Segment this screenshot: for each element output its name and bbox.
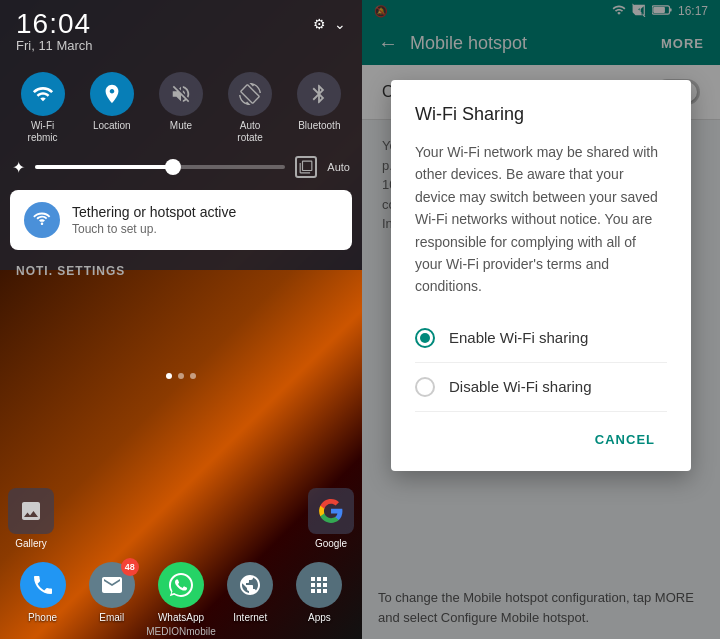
option-divider (415, 362, 667, 363)
notif-text: Tethering or hotspot active Touch to set… (72, 204, 236, 236)
dot-3 (190, 373, 196, 379)
actions-divider (415, 411, 667, 412)
google-icon (308, 488, 354, 534)
shelf-icons: Gallery Google (8, 488, 354, 549)
wifi-label: Wi-Firebmic (28, 120, 58, 144)
gallery-label: Gallery (15, 538, 47, 549)
home-dots (166, 373, 196, 379)
dialog-overlay: Wi-Fi Sharing Your Wi-Fi network may be … (362, 0, 720, 639)
enable-wifi-sharing-option[interactable]: Enable Wi-Fi sharing (415, 318, 667, 358)
internet-dock-label: Internet (233, 612, 267, 623)
email-badge: 48 (121, 558, 139, 576)
settings-icon[interactable]: ⚙ (313, 16, 326, 32)
dot-1 (166, 373, 172, 379)
quick-toggles: Wi-Firebmic Location Mute Autorotate (0, 60, 362, 152)
google-shelf-item[interactable]: Google (308, 488, 354, 549)
dock-phone[interactable]: Phone (20, 562, 66, 623)
phone-dock-label: Phone (28, 612, 57, 623)
mute-label: Mute (170, 120, 192, 132)
gallery-shelf-item[interactable]: Gallery (8, 488, 54, 549)
autorotate-label: Autorotate (237, 120, 263, 144)
left-status-bar: 16:04 Fri, 11 March ⚙ ⌄ (0, 0, 362, 44)
bluetooth-label: Bluetooth (298, 120, 340, 132)
hotspot-settings-panel: 🔕 16:17 ← Mobile hotspot MORE Off Yo...p… (362, 0, 720, 639)
enable-wifi-label: Enable Wi-Fi sharing (449, 329, 588, 346)
dock-whatsapp[interactable]: WhatsApp (158, 562, 204, 623)
internet-dock-icon (227, 562, 273, 608)
bluetooth-toggle-icon (297, 72, 341, 116)
toggle-mute[interactable]: Mute (151, 72, 211, 144)
phone-dock-icon (20, 562, 66, 608)
whatsapp-dock-icon (158, 562, 204, 608)
whatsapp-dock-label: WhatsApp (158, 612, 204, 623)
email-dock-label: Email (99, 612, 124, 623)
disable-wifi-sharing-option[interactable]: Disable Wi-Fi sharing (415, 367, 667, 407)
slider-fill (35, 165, 173, 169)
notif-title: Tethering or hotspot active (72, 204, 236, 220)
device-name: MEDIONmobile (146, 626, 215, 637)
wifi-toggle-icon (21, 72, 65, 116)
gallery-icon (8, 488, 54, 534)
apps-dock-icon (296, 562, 342, 608)
date-display: Fri, 11 March (16, 38, 93, 53)
brightness-slider[interactable] (35, 165, 285, 169)
dock-row: Phone 48 Email WhatsApp Internet (0, 562, 362, 623)
notif-subtitle: Touch to set up. (72, 222, 236, 236)
toggle-autorotate[interactable]: Autorotate (220, 72, 280, 144)
disable-wifi-label: Disable Wi-Fi sharing (449, 378, 592, 395)
dock-apps[interactable]: Apps (296, 562, 342, 623)
autorotate-toggle-icon (228, 72, 272, 116)
expand-icon[interactable]: ⌄ (334, 16, 346, 32)
mute-toggle-icon (159, 72, 203, 116)
noti-settings-label: NOTI. SETTINGS (16, 264, 125, 278)
dock-email[interactable]: 48 Email (89, 562, 135, 623)
email-icon-wrapper: 48 (89, 562, 135, 608)
brightness-icon: ✦ (12, 158, 25, 177)
dialog-body: Your Wi-Fi network may be shared with ot… (415, 141, 667, 298)
status-icons: ⚙ ⌄ (313, 16, 346, 32)
hotspot-notif-icon (24, 202, 60, 238)
toggle-location[interactable]: Location (82, 72, 142, 144)
location-toggle-icon (90, 72, 134, 116)
toggle-wifi[interactable]: Wi-Firebmic (13, 72, 73, 144)
dialog-actions: CANCEL (415, 416, 667, 459)
dialog-title: Wi-Fi Sharing (415, 104, 667, 125)
apps-dock-label: Apps (308, 612, 331, 623)
dot-2 (178, 373, 184, 379)
slider-thumb (165, 159, 181, 175)
notification-card[interactable]: Tethering or hotspot active Touch to set… (10, 190, 352, 250)
toggle-bluetooth[interactable]: Bluetooth (289, 72, 349, 144)
google-label: Google (315, 538, 347, 549)
location-label: Location (93, 120, 131, 132)
time-display: 16:04 (16, 8, 91, 40)
enable-radio-button[interactable] (415, 328, 435, 348)
noti-settings-bar[interactable]: NOTI. SETTINGS (0, 258, 362, 284)
notification-shade: 16:04 Fri, 11 March ⚙ ⌄ Wi-Firebmic Loca… (0, 0, 362, 639)
brightness-row: ✦ Auto (0, 152, 362, 182)
auto-label: Auto (327, 161, 350, 173)
cancel-button[interactable]: CANCEL (583, 424, 667, 455)
auto-toggle[interactable] (295, 156, 317, 178)
disable-radio-button[interactable] (415, 377, 435, 397)
dock-internet[interactable]: Internet (227, 562, 273, 623)
wifi-sharing-dialog: Wi-Fi Sharing Your Wi-Fi network may be … (391, 80, 691, 471)
